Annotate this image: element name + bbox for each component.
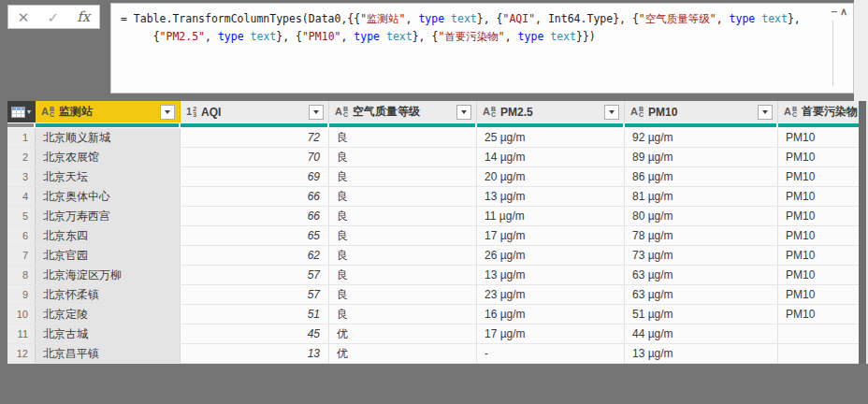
cell[interactable] [778,344,859,363]
cell[interactable]: 北京海淀区万柳 [36,266,181,284]
cell[interactable]: 北京古城 [36,325,181,343]
cell[interactable]: 北京农展馆 [36,148,181,166]
cell[interactable]: 北京昌平镇 [36,344,181,363]
cell[interactable]: 25 µg/m [477,128,625,147]
select-all-button[interactable]: ▼ [7,101,36,123]
cell[interactable]: 66 [181,207,329,225]
cell[interactable]: 北京奥体中心 [36,187,181,206]
cell[interactable]: 23 µg/m [477,285,625,304]
cell[interactable]: 51 µg/m [625,305,778,324]
row-number[interactable]: 9 [7,285,36,304]
cell[interactable]: 62 [181,246,329,265]
cell[interactable]: 57 [181,285,329,304]
cell[interactable]: 16 µg/m [477,305,625,324]
cell[interactable]: 良 [329,285,477,304]
cell[interactable]: PM10 [778,266,859,284]
cell[interactable]: 63 µg/m [625,285,778,304]
cell[interactable]: 14 µg/m [477,148,625,166]
cell[interactable]: 良 [329,246,477,265]
cell[interactable]: 北京万寿西宫 [36,207,181,225]
cell[interactable]: 优 [329,325,477,343]
cell[interactable]: PM10 [778,285,859,304]
filter-button[interactable] [309,105,324,120]
formula-cancel-icon[interactable]: ✕ [18,10,30,24]
cell[interactable]: PM10 [778,167,859,186]
cell[interactable]: 北京东四 [36,226,181,245]
row-number[interactable]: 8 [7,266,36,284]
cell[interactable]: 良 [329,226,477,245]
cell[interactable]: PM10 [778,246,859,265]
cell[interactable]: 北京官园 [36,246,181,265]
filter-button[interactable] [456,105,471,120]
cell[interactable]: 45 [181,325,329,343]
column-header-station[interactable]: ABC监测站 [36,101,181,123]
cell[interactable]: 13 µg/m [477,187,625,206]
cell[interactable]: 63 µg/m [625,266,778,284]
row-number[interactable]: 6 [7,226,36,245]
formula-confirm-icon[interactable]: ✓ [47,10,59,24]
column-header-pm10[interactable]: ABCPM10 [625,101,778,123]
cell[interactable]: 70 [181,148,329,166]
row-number[interactable]: 7 [7,246,36,265]
row-number[interactable]: 1 [7,128,36,147]
cell[interactable]: 81 µg/m [625,187,778,206]
cell[interactable] [778,325,859,343]
cell[interactable]: 44 µg/m [625,325,778,343]
cell[interactable]: 17 µg/m [477,226,625,245]
cell[interactable]: PM10 [778,305,859,324]
grid-vertical-scrollbar[interactable] [859,101,866,364]
cell[interactable]: 73 µg/m [625,246,778,265]
cell[interactable]: 65 [181,226,329,245]
formula-scrollbar[interactable] [832,21,833,86]
cell[interactable]: 良 [329,187,477,206]
cell[interactable]: 72 [181,128,329,147]
cell[interactable]: 良 [329,167,477,186]
row-number[interactable]: 3 [7,167,36,186]
cell[interactable]: 26 µg/m [477,246,625,265]
cell[interactable]: - [477,344,625,363]
filter-button[interactable] [758,105,773,120]
column-header-air-quality-grade[interactable]: ABC空气质量等级 [329,101,477,123]
cell[interactable]: 北京定陵 [36,305,181,324]
cell[interactable]: 11 µg/m [477,207,625,225]
filter-button[interactable] [160,105,175,120]
cell[interactable]: PM10 [778,226,859,245]
cell[interactable]: 69 [181,167,329,186]
cell[interactable]: 66 [181,187,329,206]
formula-bar[interactable]: = Table.TransformColumnTypes(Data0,{{"监测… [110,3,854,94]
cell[interactable]: 89 µg/m [625,148,778,166]
formula-collapse-button[interactable]: ‒ ∧ [832,7,847,17]
cell[interactable]: 17 µg/m [477,325,625,343]
cell[interactable]: 13 [181,344,329,363]
cell[interactable]: 北京怀柔镇 [36,285,181,304]
cell[interactable]: PM10 [778,148,859,166]
row-number[interactable]: 11 [7,325,36,343]
cell[interactable]: 78 µg/m [625,226,778,245]
cell[interactable]: 良 [329,305,477,324]
cell[interactable]: 51 [181,305,329,324]
cell[interactable]: 13 µg/m [477,266,625,284]
cell[interactable]: 良 [329,266,477,284]
cell[interactable]: 良 [329,207,477,225]
cell[interactable]: 北京顺义新城 [36,128,181,147]
formula-text[interactable]: = Table.TransformColumnTypes(Data0,{{"监测… [121,10,823,89]
filter-button[interactable] [604,105,619,120]
cell[interactable]: 优 [329,344,477,363]
cell[interactable]: 13 µg/m [625,344,778,363]
cell[interactable]: 57 [181,266,329,284]
cell[interactable]: 良 [329,148,477,166]
cell[interactable]: PM10 [778,187,859,206]
cell[interactable]: PM10 [778,207,859,225]
chevron-up-icon[interactable]: ∧ [840,7,847,17]
cell[interactable]: 20 µg/m [477,167,625,186]
cell[interactable]: PM10 [778,128,859,147]
row-number[interactable]: 12 [7,344,36,363]
cell[interactable]: 92 µg/m [625,128,778,147]
row-number[interactable]: 2 [7,148,36,166]
cell[interactable]: 北京天坛 [36,167,181,186]
cell[interactable]: 良 [329,128,477,147]
row-number[interactable]: 10 [7,305,36,324]
row-number[interactable]: 4 [7,187,36,206]
column-header-pm25[interactable]: ABCPM2.5 [477,101,625,123]
column-header-primary-pollutant[interactable]: ABC首要污染物 [778,101,859,123]
